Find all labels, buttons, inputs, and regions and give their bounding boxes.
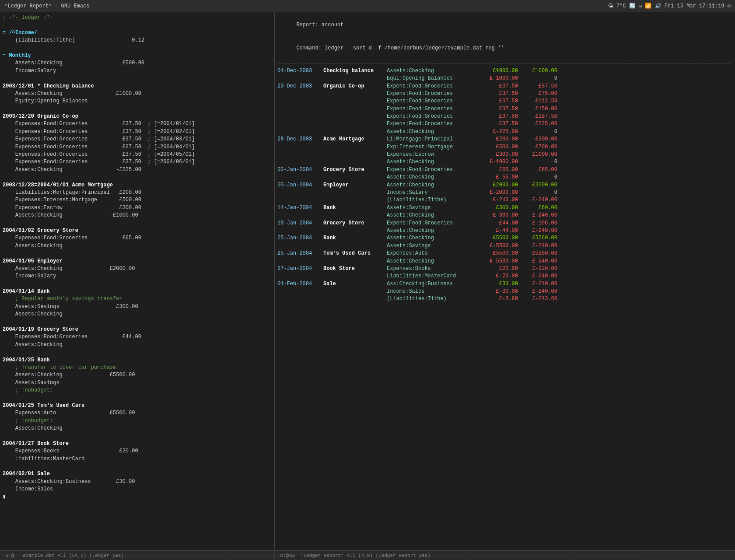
table-row: Liabilities:MasterCard£-20.00£-240.00 [277,273,732,280]
left-pane-line: ▮ [3,494,272,501]
table-row: Expens:Food:Groceries£37.50£225.00 [277,120,732,128]
left-pane-line: Assets:Checking -£1000.00 [3,212,272,219]
left-pane-line: Expenses:Food:Groceries £37.50 ; [=2004/… [3,136,272,143]
right-pane[interactable]: Report: account Command: ledger --sort d… [275,12,735,550]
table-row: 28-Dec-2003Acme MortgageLi:Mortgage:Prin… [277,136,732,143]
left-pane-line: Assets:Savings £300.00 [3,303,272,311]
left-pane-line [3,105,272,113]
left-pane-line [3,280,272,288]
left-pane-line: ; :nobudget: [3,387,272,394]
left-pane-line: Assets:Checking £2000.00 [3,265,272,273]
left-pane-line: Expenses:Food:Groceries £37.50 ; [=2004/… [3,120,272,128]
left-pane-line [3,395,272,402]
table-row: Expens:Food:Groceries£37.50£75.00 [277,90,732,98]
title-bar-right: 🌤 7°C 🔄 ✉ 📶 🔊 Fri 15 Mar 17:11:19 ⚙ [608,3,731,9]
left-pane-line: Equity:Opening Balances [3,98,272,105]
left-pane-line: Assets:Checking £1000.00 [3,90,272,98]
left-pane-line: Assets:Checking [3,311,272,318]
table-row: Assets:Checking£-225.000 [277,128,732,136]
left-pane-line: 2004/01/25 Bank [3,357,272,364]
table-row: Assets:Checking£-65.000 [277,174,732,181]
left-pane-line: Assets:Checking £5500.00 [3,371,272,379]
table-row: (Liabilities:Tithe)£-240.00£-240.00 [277,196,732,204]
left-pane-line [3,45,272,52]
left-pane-line [3,21,272,29]
left-pane-line: 2004/01/19 Grocery Store [3,326,272,333]
title-bar-title: *Ledger Report* - GNU Emacs [4,3,89,9]
table-row: 27-Jan-2004Book StoreExpenses:Books£20.0… [277,265,732,273]
left-pane-line [3,250,272,257]
table-row: Income:Sales£-30.00£-240.00 [277,288,732,295]
left-pane-line: ; Transfer to cover car purchase [3,364,272,371]
left-pane-line [3,349,272,356]
left-pane-line: ; :nobudget: [3,417,272,425]
left-pane-line: 2003/12/28=2004/01/01 Acme Mortgage [3,182,272,189]
left-pane-line: 2004/01/25 Tom's Used Cars [3,402,272,410]
table-row: Equi:Opening Balances£-1000.000 [277,75,732,82]
left-pane[interactable]: ; -*- ledger -*- = /^Income/ (Liabilitie… [0,12,275,550]
table-row: 25-Jan-2004Tom's Used CarsExpenses:Auto£… [277,250,732,257]
left-pane-line: Expenses:Food:Groceries £37.50 ; [=2004/… [3,144,272,151]
status-right: -U:@%%- *Ledger Report* All (4,0) (Ledge… [275,553,735,558]
table-row: 02-Jan-2004Grocery StoreExpens:Food:Groc… [277,166,732,174]
left-pane-line: ; -*- ledger -*- [3,14,272,21]
left-pane-line: Assets:Checking £500.00 [3,60,272,67]
status-left: -U:@-- example.dat All (64,0) (Ledger ya… [0,553,275,558]
left-pane-line: 2004/01/02 Grocery Store [3,227,272,234]
left-pane-line: Assets:Checking [3,242,272,250]
left-pane-line: Income:Salary [3,67,272,75]
left-pane-line [3,432,272,440]
table-row: 20-Dec-2003Organic Co-opExpens:Food:Groc… [277,83,732,90]
left-pane-line: (Liabilities:Tithe) 0.12 [3,37,272,44]
table-row: Income:Salary£-2000.000 [277,189,732,196]
table-row: Assets:Savings£-5500.00£-240.00 [277,242,732,250]
left-pane-line: 2003/12/20 Organic Co-op [3,113,272,120]
left-pane-line: Expenses:Books £20.00 [3,448,272,455]
table-row: Expens:Food:Groceries£37.50£187.50 [277,113,732,120]
table-row: 19-Jan-2004Grocery StoreExpens:Food:Groc… [277,220,732,227]
report-command: Command: ledger --sort d -f /home/borbus… [277,37,732,60]
table-row: 25-Jan-2004BankAssets:Checking£5500.00£5… [277,234,732,242]
title-bar: *Ledger Report* - GNU Emacs 🌤 7°C 🔄 ✉ 📶 … [0,0,735,12]
left-pane-line: 2004/01/05 Employer [3,258,272,265]
left-pane-line: 2004/01/27 Book Store [3,440,272,448]
table-row: 14-Jan-2004BankAssets:Savings£300.00£60.… [277,204,732,212]
table-row: Assets:Checking£-300.00£-240.00 [277,212,732,219]
left-pane-line [3,75,272,82]
report-separator: ========================================… [277,60,732,67]
table-row: Assets:Checking£-5500.00£-240.00 [277,258,732,265]
left-pane-line: 2004/01/14 Bank [3,288,272,295]
left-pane-line: Assets:Checking [3,425,272,432]
table-row: Expens:Food:Groceries£37.50£150.00 [277,105,732,113]
left-pane-line: 2004/02/01 Sale [3,470,272,478]
table-row: 01-Feb-2004SaleAss:Checking:Business£30.… [277,280,732,288]
left-pane-line: 2003/12/01 * Checking balance [3,83,272,90]
main-content: ; -*- ledger -*- = /^Income/ (Liabilitie… [0,12,735,550]
left-pane-line [3,220,272,227]
left-pane-line: Liabilities:Mortgage:Principal £200.00 [3,189,272,196]
left-pane-line: Expenses:Food:Groceries £44.00 [3,333,272,341]
left-pane-line [3,318,272,326]
left-pane-line: Assets:Checking -£225.00 [3,166,272,174]
left-pane-line [3,463,272,470]
table-row: Expenses:Escrow£300.00£1000.00 [277,151,732,158]
report-table: 01-Dec-2003Checking balanceAssets:Checki… [277,67,732,303]
left-pane-line: = /^Income/ [3,29,272,37]
left-pane-line: Expenses:Food:Groceries £65.00 [3,234,272,242]
table-row: Expens:Food:Groceries£37.50£112.50 [277,98,732,105]
table-row: 01-Dec-2003Checking balanceAssets:Checki… [277,67,732,75]
left-pane-line [3,174,272,181]
left-pane-line: ~ Monthly [3,52,272,60]
table-row: Assets:Checking£-1000.000 [277,158,732,166]
table-row: Exp:Interest:Mortgage£500.00£700.00 [277,144,732,151]
status-bar: -U:@-- example.dat All (64,0) (Ledger ya… [0,550,735,560]
left-pane-line: Expenses:Food:Groceries £37.50 ; [=2004/… [3,128,272,136]
left-pane-line: ; Regular monthly savings transfer [3,295,272,303]
left-pane-line: Assets:Savings [3,379,272,387]
table-row: (Liabilities:Tithe)£-3.60£-243.60 [277,295,732,303]
left-pane-line: Expenses:Interest:Mortgage £500.00 [3,196,272,204]
left-pane-line: Expenses:Auto £5500.00 [3,410,272,417]
report-header-label: Report: account [277,14,732,37]
left-pane-line: Liabilities:MasterCard [3,455,272,463]
left-pane-line: Income:Salary [3,273,272,280]
